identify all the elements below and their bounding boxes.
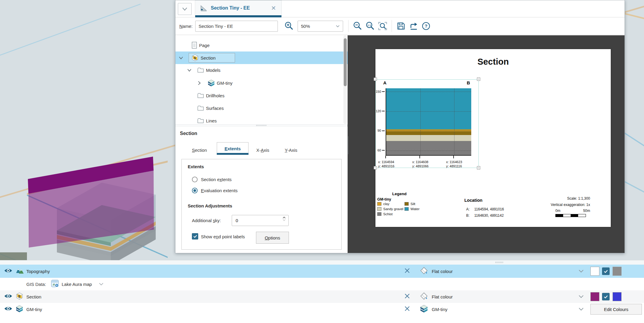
show-end-point-labels-checkbox[interactable]	[192, 233, 198, 239]
zoom-in-icon	[284, 21, 294, 31]
panel-title: Section	[180, 131, 197, 136]
y-tick-label: 150	[373, 90, 381, 93]
y-tick-label: 120	[373, 109, 381, 113]
layer-water	[386, 88, 471, 129]
spinner-up-icon[interactable]	[282, 216, 286, 219]
tab-list-button[interactable]	[178, 3, 192, 15]
zoom-out-button[interactable]	[352, 21, 363, 31]
edit-colours-button[interactable]: Edit Colours	[590, 304, 642, 315]
zoom-actual-size-button[interactable]: 1:1	[365, 21, 375, 31]
chevron-right-icon[interactable]	[197, 81, 201, 85]
visibility-button[interactable]	[4, 306, 12, 313]
layout-page[interactable]: Section A B 150 120 90 60	[375, 49, 611, 227]
tab-extents[interactable]: Extents	[217, 142, 248, 155]
radio-evaluation-extents[interactable]	[192, 188, 198, 193]
radio-section-extents[interactable]	[192, 177, 198, 182]
chevron-down-icon[interactable]	[178, 56, 183, 60]
chevron-down-icon	[182, 7, 188, 11]
tree-scrollbar-thumb[interactable]	[344, 38, 347, 86]
scalebar-left-label: 0m	[555, 209, 560, 213]
geological-model-cube-icon	[420, 304, 428, 314]
name-input[interactable]	[195, 21, 278, 32]
chevron-down-icon[interactable]	[99, 281, 104, 287]
splitter-grip	[495, 262, 503, 263]
additional-sky-stepper[interactable]: 0	[232, 215, 289, 226]
remove-button[interactable]	[404, 306, 410, 313]
chevron-down-icon[interactable]	[578, 307, 584, 312]
zoom-level-select[interactable]: 50%	[298, 21, 343, 32]
tree-item-label: Page	[199, 43, 210, 48]
selection-handle[interactable]	[477, 78, 480, 81]
section-plot	[386, 88, 471, 156]
toolbar: Name: 50%	[175, 17, 625, 35]
legend-label: Schist	[383, 212, 393, 216]
endpoint-label-b: B	[467, 80, 470, 85]
legend-swatch-clay	[377, 202, 381, 206]
scalebar-right-label: 50m	[583, 209, 590, 213]
tab-x-axis[interactable]: X-Axis	[256, 148, 269, 153]
tree-item-page[interactable]: Page	[175, 39, 343, 51]
spinner-down-icon[interactable]	[282, 219, 286, 221]
paint-bucket-icon	[420, 292, 428, 301]
help-button[interactable]: ?	[421, 21, 431, 31]
tree-scrollbar[interactable]	[343, 35, 347, 124]
tree-item-lines[interactable]: Lines	[175, 114, 343, 125]
tree-item-drillholes[interactable]: Drillholes	[175, 89, 343, 102]
tab-y-axis[interactable]: Y-Axis	[285, 148, 297, 153]
layer-silt	[386, 131, 471, 135]
svg-text:S: S	[18, 295, 20, 298]
page-icon	[191, 41, 197, 49]
vertical-splitter-grip[interactable]	[347, 137, 348, 154]
remove-button[interactable]	[404, 268, 410, 275]
close-icon[interactable]: ✕	[270, 4, 277, 12]
chevron-down-icon[interactable]	[578, 269, 584, 274]
shape-row-gis-data[interactable]: GIS Data: Lake Aura map	[0, 278, 644, 290]
shape-row-gm-tiny[interactable]: GM-tiny GM-tiny Edit Colours	[0, 303, 644, 316]
zoom-1-1-icon: 1:1	[365, 21, 375, 31]
display-mode-value: GM-tiny	[432, 307, 448, 312]
selection-handle[interactable]	[374, 166, 377, 169]
tree-item-section[interactable]: S Section	[175, 51, 348, 64]
zoom-fit-button[interactable]	[377, 21, 388, 31]
tree-item-focus-box: S Section	[189, 53, 235, 63]
export-button[interactable]	[408, 21, 419, 31]
visibility-button[interactable]	[4, 293, 12, 300]
shape-list-splitter[interactable]	[0, 260, 644, 265]
primary-colour-swatch[interactable]	[590, 292, 599, 301]
tree-item-surfaces[interactable]: Surfaces	[175, 102, 343, 114]
endpoint-label-a: A	[383, 80, 387, 85]
tab-section-tiny-ee[interactable]: Section Tiny - EE ✕	[195, 0, 282, 17]
legend-label: Sandy gravel	[383, 207, 403, 211]
gridline	[386, 131, 471, 131]
tree-item-gm-tiny[interactable]: GM-tiny	[175, 77, 343, 89]
secondary-colour-swatch[interactable]	[613, 267, 622, 276]
horizontal-splitter[interactable]	[175, 124, 347, 126]
remove-button[interactable]	[404, 293, 410, 300]
chevron-down-icon[interactable]	[187, 69, 192, 72]
shape-row-topography[interactable]: Topography Flat colour	[0, 265, 644, 278]
y-tick	[382, 91, 385, 92]
geological-model-cube-icon	[16, 305, 23, 314]
tree-item-models[interactable]: Models	[175, 64, 343, 76]
tab-section[interactable]: Section	[192, 148, 207, 153]
primary-colour-swatch[interactable]	[590, 267, 599, 276]
page-preview-pane[interactable]: Section A B 150 120 90 60	[348, 35, 625, 253]
zoom-in-button[interactable]	[284, 21, 294, 31]
display-mode-value: Flat colour	[432, 294, 453, 299]
section-adjustments-heading: Section Adjustments	[188, 203, 232, 208]
shape-row-section[interactable]: S Section Flat colour	[0, 290, 644, 303]
shape-label: Section	[26, 294, 41, 299]
selection-handle[interactable]	[374, 78, 377, 81]
zoom-level-value: 50%	[301, 24, 310, 29]
options-button[interactable]: Options	[256, 232, 289, 244]
gis-data-value: Lake Aura map	[62, 282, 92, 287]
layout-tree-and-properties: Page	[175, 35, 348, 253]
secondary-colour-checkbox[interactable]	[602, 293, 610, 301]
chevron-down-icon[interactable]	[578, 294, 584, 299]
secondary-colour-swatch[interactable]	[613, 292, 622, 301]
secondary-colour-checkbox[interactable]	[602, 268, 610, 275]
location-a-label: A:	[466, 207, 469, 211]
visibility-button[interactable]	[4, 268, 12, 275]
close-icon	[404, 306, 410, 312]
save-button[interactable]	[396, 21, 406, 31]
